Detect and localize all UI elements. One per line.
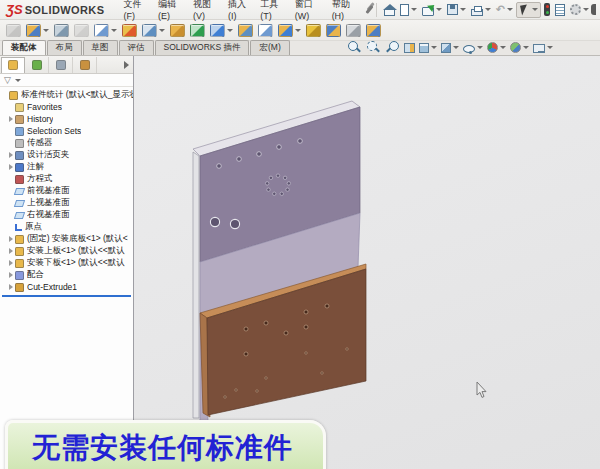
tree-item-cut-extrude-16[interactable]: Cut-Extrude1	[0, 281, 133, 293]
linear-component-pattern-dropdown-icon[interactable]	[111, 29, 117, 32]
expand-icon[interactable]	[9, 236, 13, 242]
tree-item-plane-10[interactable]: 右视基准面	[0, 209, 133, 221]
display-style-button[interactable]	[440, 41, 460, 53]
print-button[interactable]	[469, 3, 493, 17]
open-button[interactable]	[420, 3, 444, 17]
edit-appearance-button[interactable]	[486, 41, 507, 53]
new-motion-study-button[interactable]	[237, 23, 254, 38]
model-back-plate-left-edge[interactable]	[193, 152, 199, 418]
configurationmanager-tab[interactable]	[49, 57, 73, 73]
take-snapshot-button[interactable]	[345, 23, 362, 38]
panel-collapse-icon[interactable]	[124, 61, 129, 69]
options-dropdown-icon[interactable]	[583, 8, 589, 11]
tree-item-mates-15[interactable]: 配合	[0, 269, 133, 281]
featuremanager-tree-tab[interactable]	[1, 57, 25, 73]
new-document-button[interactable]	[398, 3, 419, 17]
save-button[interactable]	[445, 3, 468, 16]
tree-item-selection-sets-3[interactable]: Selection Sets	[0, 125, 133, 137]
expand-icon[interactable]	[9, 272, 13, 278]
view-orientation-button[interactable]	[418, 41, 438, 53]
tree-item-equations-7[interactable]: 方程式	[0, 173, 133, 185]
hide-show-items-button[interactable]	[462, 42, 484, 53]
section-view-button[interactable]	[403, 41, 416, 53]
home-button[interactable]	[382, 3, 397, 17]
assembly-visualization-button[interactable]	[365, 23, 382, 38]
exploded-view-button[interactable]	[277, 23, 302, 38]
expand-icon[interactable]	[9, 116, 13, 122]
tree-item-part-14[interactable]: 安装下板<1> (默认<<默认	[0, 257, 133, 269]
menu-item-5[interactable]: 窗口(W)	[290, 0, 325, 23]
expand-icon[interactable]	[9, 164, 13, 170]
tree-item-design-binder-5[interactable]: 设计活页夹	[0, 149, 133, 161]
move-component-button[interactable]	[141, 23, 166, 38]
tab-5[interactable]: 宏(M)	[250, 40, 289, 55]
tree-item-history-2[interactable]: History	[0, 113, 133, 125]
undo-button[interactable]: ↶	[494, 3, 515, 16]
filter-dropdown-icon[interactable]	[15, 79, 21, 82]
zoom-to-fit-button[interactable]	[346, 40, 363, 54]
assembly-features-button[interactable]	[189, 23, 206, 38]
view-orientation-dropdown-icon[interactable]	[431, 46, 437, 49]
bill-of-materials-button[interactable]	[257, 23, 274, 38]
undo-dropdown-icon[interactable]	[507, 8, 513, 11]
menu-item-2[interactable]: 视图(V)	[188, 0, 221, 23]
expand-icon[interactable]	[9, 260, 13, 266]
reference-geometry-button[interactable]	[209, 23, 234, 38]
filter-icon[interactable]: ▽	[4, 75, 11, 85]
tab-0[interactable]: 装配体	[2, 40, 46, 55]
previous-view-button[interactable]	[384, 40, 401, 54]
view-settings-button[interactable]	[532, 42, 554, 53]
show-hidden-components-button[interactable]	[169, 23, 186, 38]
tree-item-annotations-6[interactable]: 注解	[0, 161, 133, 173]
smart-fasteners-button[interactable]	[121, 23, 138, 38]
new-document-dropdown-icon[interactable]	[411, 8, 417, 11]
tree-item-plane-9[interactable]: 上视基准面	[0, 197, 133, 209]
mate-button[interactable]	[53, 23, 70, 38]
tab-3[interactable]: 评估	[119, 40, 154, 55]
appearancemanager-tab[interactable]	[73, 57, 97, 73]
menu-item-6[interactable]: 帮助(H)	[327, 0, 360, 23]
view-settings-dropdown-icon[interactable]	[547, 46, 553, 49]
display-style-dropdown-icon[interactable]	[453, 46, 459, 49]
save-dropdown-icon[interactable]	[460, 8, 466, 11]
propertymanager-tab[interactable]	[25, 57, 49, 73]
rollback-bar[interactable]	[2, 295, 131, 297]
rebuild-button[interactable]	[542, 2, 552, 17]
expand-icon[interactable]	[9, 284, 13, 290]
zoom-to-area-button[interactable]	[365, 40, 382, 54]
menu-item-1[interactable]: 编辑(E)	[153, 0, 186, 23]
reference-geometry-dropdown-icon[interactable]	[227, 29, 233, 32]
tree-item-plane-8[interactable]: 前视基准面	[0, 185, 133, 197]
menu-item-4[interactable]: 工具(T)	[255, 0, 288, 23]
expand-icon[interactable]	[9, 152, 13, 158]
menu-item-0[interactable]: 文件(F)	[118, 0, 151, 23]
expand-icon[interactable]	[9, 248, 13, 254]
linear-component-pattern-button[interactable]	[93, 23, 118, 38]
pin-menu-button[interactable]	[368, 5, 371, 14]
tree-item-sensors-4[interactable]: 传感器	[0, 137, 133, 149]
select-dropdown-icon[interactable]	[532, 8, 538, 11]
print-dropdown-icon[interactable]	[485, 8, 491, 11]
apply-scene-dropdown-icon[interactable]	[523, 46, 529, 49]
interference-detection-button[interactable]	[325, 23, 342, 38]
insert-components-dropdown-icon[interactable]	[43, 29, 49, 32]
menu-item-3[interactable]: 插入(I)	[223, 0, 253, 23]
options-button[interactable]	[568, 3, 591, 16]
tree-item-part-12[interactable]: (固定) 安装底板<1> (默认<	[0, 233, 133, 245]
tree-item-part-13[interactable]: 安装上板<1> (默认<<默认	[0, 245, 133, 257]
edit-appearance-dropdown-icon[interactable]	[500, 46, 506, 49]
help-icon[interactable]	[591, 4, 596, 15]
select-button[interactable]	[516, 2, 541, 18]
measure-button[interactable]	[305, 23, 322, 38]
tree-item-favorites-1[interactable]: Favorites	[0, 101, 133, 113]
tab-4[interactable]: SOLIDWORKS 插件	[155, 40, 250, 55]
tree-item-assembly-0[interactable]: 标准件统计 (默认<默认_显示状	[0, 89, 133, 101]
exploded-view-dropdown-icon[interactable]	[295, 29, 301, 32]
tab-2[interactable]: 草图	[83, 40, 118, 55]
move-component-dropdown-icon[interactable]	[159, 29, 165, 32]
tab-1[interactable]: 布局	[47, 40, 82, 55]
insert-components-button[interactable]	[25, 23, 50, 38]
tree-item-origin-11[interactable]: 原点	[0, 221, 133, 233]
apply-scene-button[interactable]	[509, 41, 530, 53]
open-dropdown-icon[interactable]	[436, 8, 442, 11]
